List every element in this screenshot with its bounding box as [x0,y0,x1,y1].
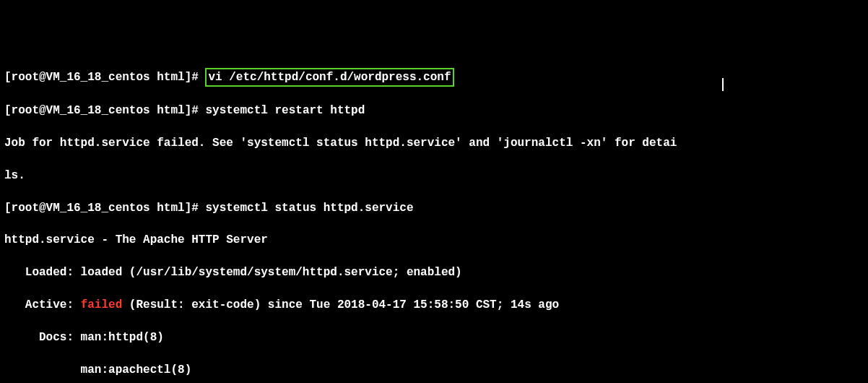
service-title: httpd.service - The Apache HTTP Server [4,232,864,248]
active-label: Active: [4,298,81,311]
shell-prompt: [root@VM_16_18_centos html]# [4,71,205,84]
highlighted-command: vi /etc/httpd/conf.d/wordpress.conf [205,68,453,87]
loaded-line: Loaded: loaded (/usr/lib/systemd/system/… [4,264,864,280]
command-line-2[interactable]: [root@VM_16_18_centos html]# systemctl r… [4,103,864,119]
command-line-3[interactable]: [root@VM_16_18_centos html]# systemctl s… [4,200,864,216]
command-text: systemctl status httpd.service [205,202,413,215]
active-detail: (Result: exit-code) since Tue 2018-04-17… [122,298,559,311]
error-output: ls. [4,168,864,184]
shell-prompt: [root@VM_16_18_centos html]# [4,202,205,215]
shell-prompt: [root@VM_16_18_centos html]# [4,104,205,117]
docs-line: Docs: man:httpd(8) [4,330,864,345]
command-text: systemctl restart httpd [205,104,365,117]
active-line: Active: failed (Result: exit-code) since… [4,297,864,313]
error-output: Job for httpd.service failed. See 'syste… [4,135,864,151]
command-line-1[interactable]: [root@VM_16_18_centos html]# vi /etc/htt… [4,68,864,87]
active-status: failed [81,298,123,311]
text-cursor-icon [722,78,724,91]
docs-line: man:apachectl(8) [4,362,864,378]
